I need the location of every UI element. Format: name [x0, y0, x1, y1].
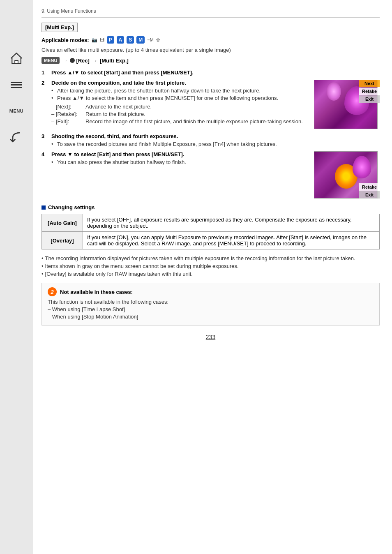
rec-icon: [Rec] [70, 58, 90, 64]
step-2-layout: 2 Decide on the composition, and take th… [42, 80, 380, 129]
breadcrumb: 9. Using Menu Functions [42, 8, 380, 18]
sidebar: MENU [0, 0, 33, 554]
step-3-heading: Shooting the second, third, and fourth e… [51, 133, 178, 139]
mode-badge-p: P [107, 36, 114, 44]
page-number: 233 [42, 334, 380, 340]
step-3-header: 3 Shooting the second, third, and fourth… [42, 133, 380, 139]
mode-icon-camera: 📷 [92, 37, 97, 43]
mode-icon-custom: 🎞 [100, 37, 104, 42]
menu-icon[interactable] [7, 76, 25, 94]
not-available-box: 2 Not available in these cases: This fun… [42, 283, 380, 325]
overlay-desc: If you select [ON], you can apply Multi … [83, 232, 380, 249]
step-2-header: 2 Decide on the composition, and take th… [42, 80, 310, 86]
step-2-dash-list: – [Next]: Advance to the next picture. –… [51, 104, 310, 125]
step-1-number: 1 [42, 69, 48, 76]
main-content: 9. Using Menu Functions [Multi Exp.] App… [33, 0, 392, 554]
step-2: 2 Decide on the composition, and take th… [42, 80, 380, 129]
section-square [42, 205, 46, 210]
exit-button-2[interactable]: Exit [359, 191, 380, 199]
arrow1: → [62, 58, 67, 64]
mode-badge-a: A [117, 36, 125, 44]
step-2-bullet-2: • Press ▲/▼ to select the item and then … [51, 95, 310, 101]
retake-button[interactable]: Retake [359, 88, 380, 95]
step-4-heading: Press ▼ to select [Exit] and then press … [51, 151, 184, 157]
step-4-text: 4 Press ▼ to select [Exit] and then pres… [42, 151, 310, 166]
dash-item-retake: – [Retake]: Return to the first picture. [51, 111, 310, 117]
step-4: 4 Press ▼ to select [Exit] and then pres… [42, 151, 380, 199]
warning-icon: 2 [48, 287, 57, 296]
step-2-image-area: Next Retake Exit [314, 80, 380, 129]
arrow2: → [92, 58, 97, 64]
retake-button-2[interactable]: Retake [359, 183, 380, 191]
image-overlay-buttons-1: Next Retake Exit [359, 80, 380, 103]
auto-gain-label: [Auto Gain] [42, 214, 83, 232]
mode-badge-m: M [136, 36, 145, 44]
steps-area: 1 Press ▲/▼ to select [Start] and then p… [42, 69, 380, 199]
step-3-bullet-1: • To save the recorded pictures and fini… [51, 141, 380, 147]
settings-table: [Auto Gain] If you select [OFF], all exp… [42, 214, 380, 249]
table-row-auto-gain: [Auto Gain] If you select [OFF], all exp… [42, 214, 380, 232]
table-row-overlay: [Overlay] If you select [ON], you can ap… [42, 232, 380, 249]
not-available-header: 2 Not available in these cases: [48, 287, 374, 296]
step-4-layout: 4 Press ▼ to select [Exit] and then pres… [42, 151, 380, 199]
note-3: • [Overlay] is available only for RAW im… [42, 271, 380, 277]
back-icon[interactable] [7, 128, 25, 146]
home-icon[interactable] [7, 49, 25, 67]
note-2: • Items shown in gray on the menu screen… [42, 263, 380, 269]
step-2-number: 2 [42, 80, 48, 86]
step-1-header: 1 Press ▲/▼ to select [Start] and then p… [42, 69, 380, 76]
step-3-number: 3 [42, 133, 48, 139]
step-4-image-area: Retake Exit [314, 151, 380, 199]
notes-section: • The recording information displayed fo… [42, 255, 380, 277]
not-available-item-2: – When using [Stop Motion Animation] [48, 314, 374, 320]
step-4-header: 4 Press ▼ to select [Exit] and then pres… [42, 151, 310, 157]
step-4-body: • You can also press the shutter button … [51, 159, 310, 165]
exit-button[interactable]: Exit [359, 95, 380, 103]
svg-rect-0 [15, 60, 18, 63]
mode-icon-extra: ≡M [147, 37, 154, 42]
dash-item-exit: – [Exit]: Record the image of the first … [51, 118, 310, 125]
rec-circle [70, 58, 75, 63]
menu-button: MENU [42, 57, 60, 64]
step-2-bullet-1: • After taking the picture, press the sh… [51, 88, 310, 94]
step-1-heading: Press ▲/▼ to select [Start] and then pre… [51, 69, 194, 76]
menu-text-label[interactable]: MENU [7, 102, 25, 120]
title-box: [Multi Exp.] [42, 23, 78, 32]
not-available-intro: This function is not available in the fo… [48, 299, 374, 305]
mode-icon-scene: ✿ [156, 37, 160, 43]
step-3: 3 Shooting the second, third, and fourth… [42, 133, 380, 147]
step-2-text: 2 Decide on the composition, and take th… [42, 80, 310, 126]
mode-badge-s: S [127, 36, 134, 44]
not-available-item-1: – When using [Time Lapse Shot] [48, 306, 374, 312]
not-available-body: This function is not available in the fo… [48, 299, 374, 320]
next-button[interactable]: Next [359, 80, 380, 87]
step-3-body: • To save the recorded pictures and fini… [51, 141, 380, 147]
auto-gain-desc: If you select [OFF], all exposure result… [83, 214, 380, 232]
overlay-label: [Overlay] [42, 232, 83, 249]
step-2-body: • After taking the picture, press the sh… [51, 88, 310, 125]
image-overlay-buttons-2: Retake Exit [359, 183, 380, 199]
note-1: • The recording information displayed fo… [42, 255, 380, 261]
menu-path: MENU → [Rec] → [Multi Exp.] [42, 57, 380, 64]
step-2-heading: Decide on the composition, and take the … [51, 80, 186, 86]
applicable-modes: Applicable modes: 📷 🎞 P A S M ≡M ✿ [42, 36, 380, 44]
description: Gives an effect like multi exposure. (up… [42, 47, 380, 53]
section-header-changing: Changing settings [42, 204, 380, 210]
step-4-number: 4 [42, 151, 48, 157]
dash-item-next: – [Next]: Advance to the next picture. [51, 104, 310, 110]
step-4-bullet-1: • You can also press the shutter button … [51, 159, 310, 165]
not-available-title: Not available in these cases: [60, 289, 133, 295]
step-1: 1 Press ▲/▼ to select [Start] and then p… [42, 69, 380, 76]
